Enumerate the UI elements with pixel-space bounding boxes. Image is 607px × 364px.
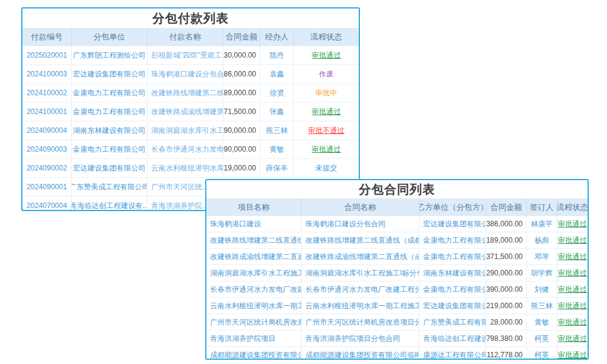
contracts-cell-party[interactable]: 湖南东林建设有限公司 <box>419 265 486 281</box>
contracts-cell-amount: 390,000.00 <box>486 281 526 297</box>
contracts-cell-status[interactable]: 审批通过 <box>557 298 588 314</box>
payments-cell-name[interactable]: 云南水利枢纽潜明水库... <box>147 159 223 177</box>
contracts-cell-signer[interactable]: 胡学辉 <box>526 265 557 281</box>
payments-cell-unit[interactable]: 宏达建设集团有限公司 <box>71 65 147 83</box>
table-row: 改建铁路线增建第二线直通线（...改建铁路线增建第二线直通线（成都-西...金康… <box>206 232 588 248</box>
payments-cell-status[interactable]: 审批不通过 <box>293 121 359 140</box>
contracts-cell-status[interactable]: 审批通过 <box>557 347 588 360</box>
contracts-cell-contract[interactable]: 珠海鹤港口建设分包合同 <box>301 216 419 232</box>
payments-cell-id[interactable]: 2025020001 <box>22 46 71 64</box>
payments-cell-id[interactable]: 2024100003 <box>22 65 71 83</box>
payments-cell-name[interactable]: 改建铁路成渝线增建第... <box>147 103 223 121</box>
contracts-cell-signer[interactable]: 柯英 <box>526 331 557 346</box>
payments-cell-id[interactable]: 2024090003 <box>22 140 71 158</box>
contracts-cell-party[interactable]: 宏达建设集团有限公司 <box>419 298 486 314</box>
contract-list-title: 分包合同列表 <box>206 180 588 198</box>
subcontract-contract-list-panel: 分包合同列表 项目名称 合同名称 乙方单位（分包方） 合同金额 签订人 流程状态… <box>205 179 589 360</box>
contracts-cell-party[interactable]: 金康电力工程有限公司 <box>419 232 486 248</box>
contracts-cell-party[interactable]: 金康电力工程有限公司 <box>419 281 486 297</box>
payments-cell-handler[interactable]: 张鑫 <box>260 103 293 121</box>
contracts-cell-status[interactable]: 审批通过 <box>557 249 588 265</box>
payments-cell-unit[interactable]: 广东辉朗工程测绘公司 <box>71 46 147 64</box>
contracts-cell-status[interactable]: 审批通过 <box>557 265 588 281</box>
payments-cell-handler[interactable]: 徐贤 <box>260 84 293 102</box>
contracts-cell-party[interactable]: 金康电力工程有限公司 <box>419 249 486 265</box>
payments-cell-id[interactable]: 2024100002 <box>22 84 71 102</box>
table-row: 云南水利枢纽潜明水库一期工程...云南水利枢纽潜明水库一期工程施工I标...宏达… <box>206 297 588 314</box>
contracts-cell-contract[interactable]: 湖南洞庭湖水库引水工程施工I标分包合同 <box>301 265 419 281</box>
table-row: 成都能源建设集团投资有限公司...成都能源建设集团投资有限公司临时办...康源达… <box>206 346 588 360</box>
contracts-cell-project[interactable]: 湖南洞庭湖水库引水工程施工I标 <box>206 265 301 281</box>
contracts-cell-project[interactable]: 珠海鹤港口建设 <box>206 216 301 232</box>
payments-cell-handler[interactable]: 薛保丰 <box>260 159 293 177</box>
contracts-cell-signer[interactable]: 柯英 <box>526 347 557 360</box>
payments-cell-name[interactable]: 珠海鹤港口建设分包合... <box>147 65 223 83</box>
contracts-cell-signer[interactable]: 熊三林 <box>526 298 557 314</box>
payments-cell-handler[interactable]: 黄敏 <box>260 140 293 158</box>
contracts-cell-status[interactable]: 审批通过 <box>557 314 588 330</box>
payments-cell-unit[interactable]: 宏达建设集团有限公司 <box>71 159 147 177</box>
contracts-cell-contract[interactable]: 云南水利枢纽潜明水库一期工程施工I标... <box>301 298 419 314</box>
contracts-cell-project[interactable]: 长春市伊通河水力发电厂改建工程 <box>206 281 301 297</box>
payments-cell-status[interactable]: 审批通过 <box>293 140 359 158</box>
contracts-cell-status[interactable]: 审批通过 <box>557 331 588 346</box>
contracts-cell-contract[interactable]: 成都能源建设集团投资有限公司临时办... <box>301 347 419 360</box>
contracts-cell-contract[interactable]: 改建铁路成渝线增建第二直通线（成渝... <box>301 249 419 265</box>
payments-cell-unit[interactable]: 青海临达创工程建设有... <box>71 197 147 211</box>
payments-cell-status[interactable]: 审批通过 <box>293 103 359 121</box>
table-row: 青海洪湖养护院项目青海洪湖养护院项目分包合同青海临达创工程建设...798,38… <box>206 330 588 346</box>
payments-cell-unit[interactable]: 金康电力工程有限公司 <box>71 84 147 102</box>
payments-cell-name[interactable]: 彭祖新城"四馆"景观工... <box>147 46 223 64</box>
contracts-cell-status[interactable]: 审批通过 <box>557 281 588 297</box>
payments-cell-id[interactable]: 2024090004 <box>22 121 71 140</box>
contracts-cell-signer[interactable]: 杨彪 <box>526 232 557 248</box>
payments-cell-id[interactable]: 2024090002 <box>22 159 71 177</box>
contracts-cell-project[interactable]: 云南水利枢纽潜明水库一期工程... <box>206 298 301 314</box>
contracts-cell-project[interactable]: 改建铁路线增建第二线直通线（... <box>206 232 301 248</box>
payments-cell-id[interactable]: 2024090001 <box>22 178 71 196</box>
contracts-cell-status[interactable]: 审批通过 <box>557 216 588 232</box>
contracts-cell-signer[interactable]: 黄敏 <box>526 314 557 330</box>
payments-cell-name[interactable]: 湖南洞庭湖水库引水工... <box>147 121 223 140</box>
contracts-cell-status[interactable]: 审批通过 <box>557 232 588 248</box>
payments-cell-unit[interactable]: 湖南东林建设有限公司 <box>71 121 147 140</box>
contracts-cell-signer[interactable]: 林康平 <box>526 216 557 232</box>
table-row: 2024090004湖南东林建设有限公司湖南洞庭湖水库引水工...290,000… <box>22 121 359 140</box>
workspace: 分包付款列表 付款编号 分包单位 付款名称 合同金额 经办人 流程状态 2025… <box>0 0 607 364</box>
payments-cell-status[interactable]: 作废 <box>293 65 359 83</box>
payments-cell-status[interactable]: 审批中 <box>293 84 359 102</box>
payments-cell-name[interactable]: 长春市伊通河水力发电... <box>147 140 223 158</box>
payments-cell-unit[interactable]: 金康电力工程有限公司 <box>71 103 147 121</box>
payments-cell-handler[interactable]: 陈丹 <box>260 46 293 64</box>
contracts-cell-project[interactable]: 广州市天河区统计局机房改造项目 <box>206 314 301 330</box>
payments-cell-name[interactable]: 改建铁路线增建第二线... <box>147 84 223 102</box>
column-header-subcontract-unit: 分包单位 <box>71 28 147 46</box>
payments-cell-unit[interactable]: 广东赞美成工程有限公司 <box>71 178 147 196</box>
contracts-cell-project[interactable]: 成都能源建设集团投资有限公司... <box>206 347 301 360</box>
table-row: 广州市天河区统计局机房改造项目广州市天河区统计局机房改造项目分包...广东赞美成… <box>206 314 588 330</box>
contracts-cell-contract[interactable]: 青海洪湖养护院项目分包合同 <box>301 331 419 346</box>
contracts-cell-party[interactable]: 宏达建设集团有限公司 <box>419 216 486 232</box>
contracts-cell-party[interactable]: 康源达工程有限公司 <box>419 347 486 360</box>
contracts-cell-party[interactable]: 青海临达创工程建设... <box>419 331 486 346</box>
contracts-cell-signer[interactable]: 刘健 <box>526 281 557 297</box>
contracts-cell-contract[interactable]: 改建铁路线增建第二线直通线（成都-西... <box>301 232 419 248</box>
contracts-cell-party[interactable]: 广东赞美成工程有限... <box>419 314 486 330</box>
payments-cell-status[interactable]: 未提交 <box>293 159 359 177</box>
payments-cell-handler[interactable]: 熊三林 <box>260 121 293 140</box>
column-header-project-name: 项目名称 <box>206 198 301 216</box>
contracts-cell-amount: 798,380.00 <box>486 331 526 346</box>
contracts-cell-signer[interactable]: 邓琴 <box>526 249 557 265</box>
column-header-contract-name: 合同名称 <box>301 198 419 216</box>
payments-cell-id[interactable]: 2024070004 <box>22 197 71 211</box>
contracts-cell-project[interactable]: 青海洪湖养护院项目 <box>206 331 301 346</box>
payments-cell-status[interactable]: 审批通过 <box>293 46 359 64</box>
payments-cell-id[interactable]: 2024100001 <box>22 103 71 121</box>
payments-cell-unit[interactable]: 金康电力工程有限公司 <box>71 140 147 158</box>
contracts-cell-contract[interactable]: 长春市伊通河水力发电厂改建工程分包... <box>301 281 419 297</box>
contracts-cell-amount: 112,778.00 <box>486 347 526 360</box>
payments-cell-handler[interactable]: 袁鑫 <box>260 65 293 83</box>
column-header-party-b-unit: 乙方单位（分包方） <box>419 198 486 216</box>
contracts-cell-project[interactable]: 改建铁路成渝线增建第二直通线... <box>206 249 301 265</box>
contracts-cell-contract[interactable]: 广州市天河区统计局机房改造项目分包... <box>301 314 419 330</box>
